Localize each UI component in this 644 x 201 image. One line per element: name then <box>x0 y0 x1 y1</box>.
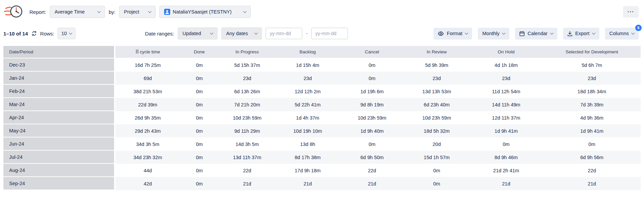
group-by-select-value: Project <box>124 9 139 15</box>
value-cell: 21d <box>543 177 641 190</box>
value-cell: 14d 11h 49m <box>469 98 543 111</box>
column-header-on-hold[interactable]: On Hold <box>469 46 543 58</box>
period-cell: Jun-24 <box>3 137 115 151</box>
date-from-input[interactable] <box>266 28 302 39</box>
value-cell: 22d 39m <box>115 98 180 111</box>
column-header-label: Backlog <box>299 49 316 54</box>
value-cell: 23d <box>543 72 641 85</box>
period-cell: Jul-24 <box>3 151 115 164</box>
column-header-label: In Progress <box>236 49 259 54</box>
value-cell: 0m <box>180 137 219 151</box>
project-avatar <box>164 9 170 15</box>
chevron-down-icon <box>254 31 258 34</box>
period-cell: Jan-24 <box>3 72 115 85</box>
column-header-label: In Review <box>427 49 447 54</box>
column-header-in-progress[interactable]: In Progress <box>219 46 275 58</box>
report-table-header-row: Date/Periodcycle timeDoneIn ProgressBack… <box>3 46 641 58</box>
period-select[interactable]: Monthly <box>478 28 509 40</box>
value-cell: 0m <box>180 85 219 98</box>
value-cell: 21d <box>340 177 404 190</box>
column-header-cancel[interactable]: Cancel <box>340 46 404 58</box>
date-range-separator: - <box>306 31 308 36</box>
rows-per-page-select[interactable]: 10 <box>58 28 75 39</box>
value-cell: 29d 2h 43m <box>115 124 180 137</box>
column-header-done[interactable]: Done <box>180 46 219 58</box>
period-cell: Dec-23 <box>3 58 115 72</box>
columns-button-label: Columns <box>609 31 629 36</box>
period-select-value: Monthly <box>482 31 499 36</box>
value-cell: 6d 23h 40m <box>404 98 469 111</box>
rows-per-page-value: 10 <box>61 31 67 36</box>
value-cell: 1d 9h 40m <box>340 124 404 137</box>
date-preset-select[interactable]: Any dates <box>221 27 262 40</box>
column-header-cycle-time[interactable]: cycle time <box>115 46 180 58</box>
column-header-in-review[interactable]: In Review <box>404 46 469 58</box>
value-cell: 7d 3h 39m <box>543 98 641 111</box>
period-cell: Sep-24 <box>3 177 115 190</box>
report-select[interactable]: Average Time <box>50 6 105 18</box>
value-cell: 0m <box>180 58 219 72</box>
value-cell: 1d 15h 4m <box>275 58 340 72</box>
column-header-backlog[interactable]: Backlog <box>275 46 340 58</box>
column-header-label: cycle time <box>140 49 160 54</box>
value-cell: 0m <box>340 72 404 85</box>
top-bar: Report: Average Time by: Project Natalia… <box>0 0 644 24</box>
date-field-select[interactable]: Updated <box>178 27 218 40</box>
date-field-value: Updated <box>182 31 201 36</box>
refresh-icon <box>31 31 37 36</box>
value-cell: 8d 17h 38m <box>275 151 340 164</box>
project-select[interactable]: NataliaYSaasjet (TESTNY) <box>159 6 251 18</box>
value-cell: 10d 19h 10m <box>275 124 340 137</box>
report-select-value: Average Time <box>54 9 85 15</box>
value-cell: 20d <box>404 137 469 151</box>
value-cell: 23d <box>275 72 340 85</box>
chevron-down-icon <box>502 31 506 34</box>
table-row: Mar-2422d 39m0m7d 21h 20m5d 22h 41m9d 8h… <box>3 98 641 111</box>
table-row: Jun-2434d 3h 5m0m14d 3h 5m13d 8h0m20d0m0… <box>3 137 641 151</box>
calendar-button[interactable]: Calendar <box>515 28 557 40</box>
column-header-selected-for-development[interactable]: Selected for Development <box>543 46 641 58</box>
format-button-label: Format <box>447 31 462 36</box>
columns-button[interactable]: Columns 6 <box>605 28 639 40</box>
refresh-button[interactable] <box>31 31 37 36</box>
date-ranges-label: Date ranges: <box>145 31 174 36</box>
value-cell: 12d 11h 37m <box>469 111 543 124</box>
value-cell: 69d <box>115 72 180 85</box>
table-row: Aug-2444d0m22d17d 9h 18m22d0m21d 2h 41m2… <box>3 164 641 177</box>
chevron-down-icon <box>148 9 152 13</box>
more-options-button[interactable]: ··· <box>623 6 639 18</box>
value-cell: 22d <box>543 164 641 177</box>
chevron-down-icon <box>69 31 72 34</box>
value-cell: 0m <box>180 151 219 164</box>
date-to-input[interactable] <box>311 28 348 39</box>
value-cell: 42d <box>115 177 180 190</box>
calendar-icon <box>519 31 525 36</box>
value-cell: 0m <box>340 137 404 151</box>
pagination-text: 1–10 of 14 <box>3 31 28 36</box>
toolbar: 1–10 of 14 Rows: 10 Date ranges: Updated… <box>0 24 644 43</box>
rows-label: Rows: <box>40 31 54 36</box>
value-cell: 18d 5h 32m <box>404 124 469 137</box>
value-cell: 18d 18h 34m <box>543 85 641 98</box>
period-cell: Mar-24 <box>3 98 115 111</box>
value-cell: 38d 21h 53m <box>115 85 180 98</box>
value-cell: 10d 23h 59m <box>340 111 404 124</box>
value-cell: 1d 9h 41m <box>543 124 641 137</box>
value-cell: 12d 12h 2m <box>275 85 340 98</box>
chevron-down-icon <box>210 31 214 34</box>
column-header-date-period[interactable]: Date/Period <box>3 46 115 58</box>
value-cell: 21d <box>275 177 340 190</box>
value-cell: 17d 9h 18m <box>275 164 340 177</box>
value-cell: 13d 13h 53m <box>404 85 469 98</box>
value-cell: 0m <box>340 58 404 72</box>
value-cell: 10d 23h 59m <box>404 111 469 124</box>
group-by-select[interactable]: Project <box>119 6 156 18</box>
export-button[interactable]: Export <box>563 28 599 40</box>
value-cell: 0m <box>404 164 469 177</box>
format-button[interactable]: Format <box>434 28 472 40</box>
table-row: Jul-2434d 23h 32m0m13d 11h 37m8d 17h 38m… <box>3 151 641 164</box>
table-row: May-2429d 2h 43m0m9d 11h 29m10d 19h 10m1… <box>3 124 641 137</box>
table-row: Apr-2426d 9h 35m0m10d 23h 59m1d 4h 37m10… <box>3 111 641 124</box>
value-cell: 1d 19h 6m <box>340 85 404 98</box>
export-button-label: Export <box>575 31 590 36</box>
